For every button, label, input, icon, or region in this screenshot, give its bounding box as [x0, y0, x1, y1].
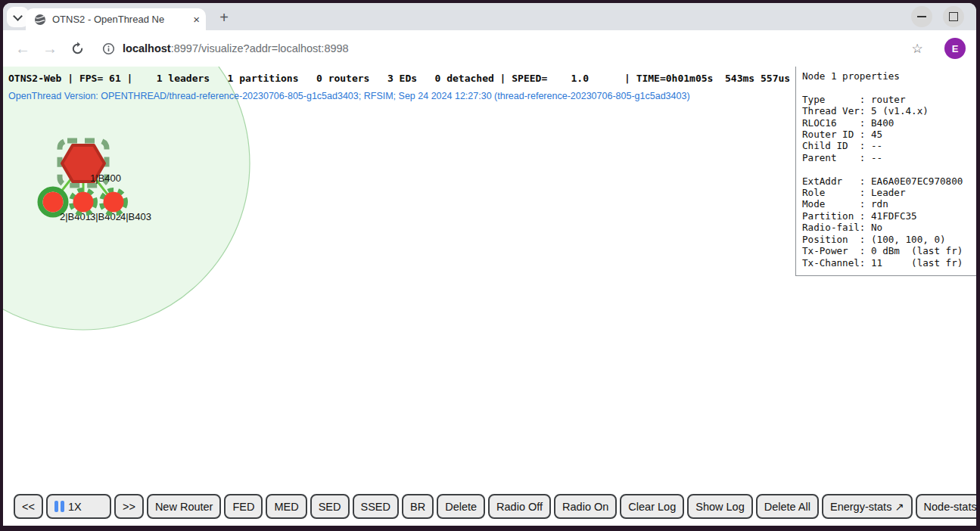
pause-icon [54, 501, 64, 512]
maximize-icon [949, 12, 958, 21]
navigation-bar: ← → localhost:8997/visualize?addr=localh… [3, 30, 976, 67]
toolbar-button-energy-stats[interactable]: Energy-stats ↗ [822, 494, 913, 519]
toolbar-button-sed[interactable]: SED [310, 494, 350, 519]
site-info-button[interactable] [98, 30, 119, 67]
url-host: localhost [123, 42, 171, 54]
tab-strip: OTNS2 - OpenThread Ne × + [3, 3, 976, 30]
toolbar-button-label: BR [410, 501, 425, 513]
profile-avatar[interactable]: E [944, 38, 966, 59]
minimize-icon [917, 16, 926, 17]
refresh-button[interactable] [66, 30, 89, 67]
star-icon: ☆ [911, 41, 922, 57]
toolbar-button-fed[interactable]: FED [224, 494, 263, 519]
toolbar-button-label: Show Log [695, 501, 745, 513]
forward-button[interactable]: → [38, 30, 62, 67]
toolbar-button-step-forward[interactable]: >> [114, 494, 144, 519]
bottom-toolbar: <<1X>>New RouterFEDMEDSEDSSEDBRDeleteRad… [14, 494, 973, 519]
toolbar-button-label: FED [232, 501, 254, 513]
globe-favicon-icon [34, 14, 46, 26]
node-label: 4|B403 [120, 211, 151, 222]
toolbar-button-label: SSED [361, 501, 391, 513]
toolbar-button-step-back[interactable]: << [14, 494, 43, 519]
toolbar-button-med[interactable]: MED [266, 494, 306, 519]
new-tab-button[interactable]: + [215, 9, 233, 27]
toolbar-button-label: New Router [155, 501, 213, 513]
toolbar-button-label: MED [274, 501, 298, 513]
toolbar-button-node-stats[interactable]: Node-stats ↗ [916, 494, 976, 519]
status-bar: OTNS2-Web | FPS= 61 | 1 leaders 1 partit… [8, 73, 790, 84]
info-icon [102, 42, 115, 55]
node-properties-panel: Node 1 properties Type : router Thread V… [795, 67, 976, 276]
toolbar-button-label: Node-stats ↗ [924, 501, 976, 513]
window-minimize-button[interactable] [911, 6, 932, 27]
back-button[interactable]: ← [11, 30, 35, 67]
window-maximize-button[interactable] [943, 6, 964, 27]
toolbar-button-label: Delete All [764, 501, 810, 513]
node-circle [73, 192, 94, 213]
toolbar-button-radio-off[interactable]: Radio Off [488, 494, 551, 519]
node-circle [104, 192, 124, 213]
toolbar-button-label: << [22, 501, 35, 513]
toolbar-button-label: SED [319, 501, 341, 513]
toolbar-button-radio-on[interactable]: Radio On [554, 494, 617, 519]
toolbar-button-label: 1X [68, 501, 82, 513]
toolbar-button-label: Radio On [562, 501, 608, 513]
toolbar-button-label: Energy-stats ↗ [830, 501, 904, 513]
bookmark-button[interactable]: ☆ [905, 30, 929, 67]
properties-text: Node 1 properties Type : router Thread V… [796, 67, 976, 269]
node-label: 1|B400 [90, 172, 121, 184]
node-circle [43, 192, 64, 213]
toolbar-button-delete-all[interactable]: Delete All [756, 494, 819, 519]
url-path: :8997/visualize?addr=localhost:8998 [171, 42, 349, 54]
toolbar-button-show-log[interactable]: Show Log [687, 494, 753, 519]
toolbar-button-clear-log[interactable]: Clear Log [620, 494, 684, 519]
toolbar-button-new-router[interactable]: New Router [147, 494, 222, 519]
address-bar[interactable]: localhost:8997/visualize?addr=localhost:… [123, 30, 349, 67]
tab-close-icon[interactable]: × [193, 14, 200, 25]
browser-window: OTNS2 - OpenThread Ne × + ← → [3, 3, 976, 526]
browser-tab[interactable]: OTNS2 - OpenThread Ne × [26, 8, 206, 30]
toolbar-button-ssed[interactable]: SSED [353, 494, 400, 519]
visualizer-page: 1|B4002|B4013|B4024|B403 OTNS2-Web | FPS… [3, 67, 976, 526]
chevron-down-icon [13, 11, 23, 21]
openthread-version-line: OpenThread Version: OPENTHREAD/thread-re… [8, 91, 690, 101]
back-icon: ← [15, 40, 30, 57]
tab-title: OTNS2 - OpenThread Ne [52, 13, 191, 26]
forward-icon: → [42, 40, 58, 57]
toolbar-button-label: >> [123, 501, 135, 513]
toolbar-button-label: Delete [445, 501, 477, 513]
toolbar-button-speed[interactable]: 1X [46, 494, 111, 519]
refresh-icon [70, 42, 85, 56]
toolbar-button-delete[interactable]: Delete [437, 494, 485, 519]
toolbar-button-label: Radio Off [496, 501, 543, 513]
toolbar-button-label: Clear Log [628, 501, 676, 513]
toolbar-button-br[interactable]: BR [402, 494, 434, 519]
